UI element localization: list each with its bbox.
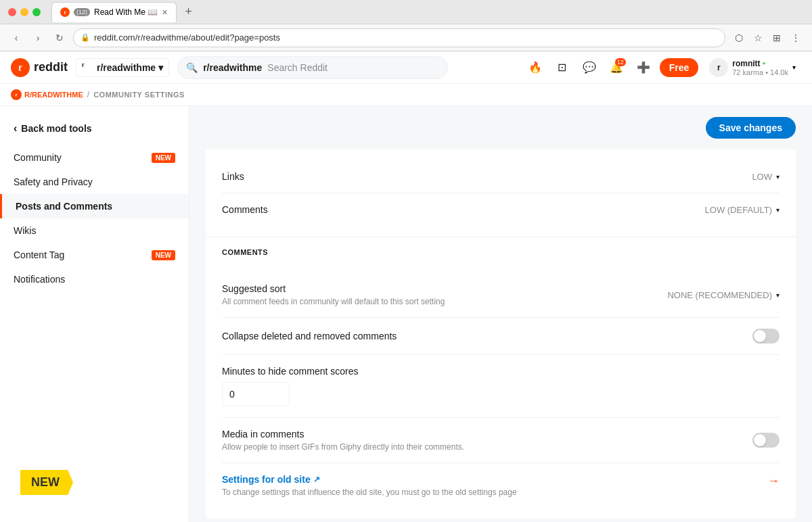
sidebar-item-posts[interactable]: Posts and Comments: [0, 194, 189, 218]
new-banner: NEW: [20, 470, 73, 495]
old-settings-row: Settings for old site ↗ To change settin…: [222, 463, 780, 508]
comments-label: Comments: [222, 204, 268, 215]
plus-icon[interactable]: ➕: [633, 57, 654, 78]
notification-bell[interactable]: 🔔 12: [606, 57, 627, 78]
bookmark-icon[interactable]: ☆: [750, 30, 766, 46]
back-label: Back mod tools: [21, 123, 91, 134]
suggested-sort-value: NONE (RECOMMENDED): [667, 290, 772, 300]
comments-chevron-icon: ▾: [776, 206, 780, 214]
search-bar[interactable]: 🔍 r/readwithme Search Reddit: [177, 56, 448, 79]
search-icon: 🔍: [186, 62, 198, 73]
new-tab-button[interactable]: +: [179, 3, 198, 22]
sidebar-item-safety[interactable]: Safety and Privacy: [0, 170, 189, 194]
address-bar[interactable]: 🔒 reddit.com/r/readwithme/about/edit?pag…: [73, 28, 725, 47]
content-tag-new-badge: NEW: [152, 250, 175, 260]
suggested-sort-row: Suggested sort All comment feeds in comm…: [222, 272, 780, 318]
suggested-sort-title: Suggested sort: [222, 283, 667, 294]
comments-settings-section: Suggested sort All comment feeds in comm…: [206, 262, 796, 519]
subreddit-selector[interactable]: r r/readwithme ▾: [76, 58, 169, 77]
maximize-dot[interactable]: [32, 8, 41, 16]
reddit-wordmark: reddit: [34, 60, 68, 74]
tab-badge: (12): [74, 8, 90, 16]
comments-value: LOW (DEFAULT): [705, 205, 772, 215]
breadcrumb-subreddit[interactable]: r R/READWITHME: [11, 89, 83, 100]
community-new-badge: NEW: [152, 153, 175, 163]
back-button[interactable]: ‹: [8, 30, 24, 46]
extensions-icon[interactable]: ⊞: [769, 30, 785, 46]
window-controls: [8, 8, 41, 16]
reddit-logo[interactable]: r reddit: [11, 58, 68, 77]
sidebar: ‹ Back mod tools Community NEW Safety an…: [0, 106, 189, 522]
back-arrow-icon: ‹: [14, 122, 17, 135]
minimize-dot[interactable]: [20, 8, 28, 16]
tab-close-button[interactable]: ×: [162, 7, 167, 18]
toolbar-icons: ⬡ ☆ ⊞ ⋮: [731, 30, 804, 46]
browser-window: r (12) Read With Me 📖 × + ‹ › ↻ 🔒 reddit…: [0, 0, 812, 522]
collapse-deleted-row: Collapse deleted and removed comments: [222, 318, 780, 355]
links-row: Links LOW ▾: [222, 160, 780, 193]
save-changes-button[interactable]: Save changes: [706, 117, 796, 139]
toggle-thumb: [754, 330, 766, 342]
media-comments-desc: Allow people to insert GIFs from Giphy d…: [222, 442, 752, 452]
old-settings-desc: To change settings that influence the ol…: [222, 488, 517, 497]
subreddit-icon: r: [82, 62, 94, 74]
media-comments-toggle[interactable]: [752, 433, 780, 448]
close-dot[interactable]: [8, 8, 16, 16]
user-chevron: ▾: [792, 64, 796, 71]
chat-icon[interactable]: 💬: [579, 57, 600, 78]
sidebar-item-content-tag[interactable]: Content Tag NEW: [0, 243, 189, 267]
content-header: Save changes: [206, 117, 796, 139]
links-chevron-icon: ▾: [776, 173, 780, 181]
new-banner-area: NEW: [20, 470, 73, 495]
media-comments-row: Media in comments Allow people to insert…: [222, 418, 780, 463]
browser-tabs: r (12) Read With Me 📖 × +: [51, 2, 804, 22]
subreddit-name: r/readwithme: [97, 62, 156, 73]
cast-icon[interactable]: ⬡: [731, 30, 747, 46]
sidebar-item-wikis[interactable]: Wikis: [0, 218, 189, 243]
links-value: LOW: [752, 172, 772, 182]
arrow-right-icon[interactable]: →: [767, 474, 780, 488]
comments-section-header: COMMENTS: [206, 237, 796, 262]
minutes-hide-row: Minutes to hide comment scores: [222, 355, 780, 418]
subreddit-chevron: ▾: [158, 62, 163, 73]
media-comments-info: Media in comments Allow people to insert…: [222, 429, 752, 452]
lock-icon: 🔒: [81, 33, 90, 42]
refresh-button[interactable]: ↻: [51, 30, 68, 46]
media-comments-title: Media in comments: [222, 429, 752, 440]
sidebar-item-notifications[interactable]: Notifications: [0, 267, 189, 291]
minutes-hide-input[interactable]: [222, 382, 290, 406]
menu-icon[interactable]: ⋮: [788, 30, 804, 46]
forward-button[interactable]: ›: [30, 30, 46, 46]
address-text: reddit.com/r/readwithme/about/edit?page=…: [94, 32, 280, 43]
notif-count: 12: [615, 58, 626, 66]
comments-row: Comments LOW (DEFAULT) ▾: [222, 193, 780, 226]
reddit-icon: r: [11, 58, 30, 77]
external-link-icon: ↗: [313, 475, 320, 484]
breadcrumb-icon: r: [11, 89, 22, 100]
breadcrumb-current: COMMUNITY SETTINGS: [93, 91, 185, 99]
old-settings-link[interactable]: Settings for old site ↗: [222, 474, 517, 485]
breadcrumb-separator: /: [87, 90, 89, 99]
username: romnitt ●: [732, 59, 788, 68]
comments-dropdown[interactable]: LOW (DEFAULT) ▾: [705, 205, 780, 215]
popular-icon[interactable]: 🔥: [524, 57, 546, 78]
suggested-sort-dropdown[interactable]: NONE (RECOMMENDED) ▾: [667, 290, 780, 300]
browser-toolbar: ‹ › ↻ 🔒 reddit.com/r/readwithme/about/ed…: [0, 24, 812, 51]
suggested-sort-chevron-icon: ▾: [776, 291, 780, 299]
main-content: ‹ Back mod tools Community NEW Safety an…: [0, 106, 812, 522]
free-button[interactable]: Free: [660, 58, 699, 77]
active-tab[interactable]: r (12) Read With Me 📖 ×: [51, 2, 177, 22]
home-icon[interactable]: ⊡: [551, 57, 573, 78]
links-label: Links: [222, 171, 244, 182]
settings-panel: Links LOW ▾ Comments LOW (DEFAULT) ▾: [206, 149, 796, 519]
sidebar-item-community[interactable]: Community NEW: [0, 145, 189, 170]
tab-title: Read With Me 📖: [94, 7, 158, 17]
user-menu[interactable]: r romnitt ● 72 karma • 14.0k ▾: [704, 55, 801, 80]
back-mod-tools-link[interactable]: ‹ Back mod tools: [0, 117, 189, 140]
minutes-hide-label: Minutes to hide comment scores: [222, 366, 359, 377]
search-subreddit: r/readwithme: [203, 62, 262, 73]
browser-titlebar: r (12) Read With Me 📖 × +: [0, 0, 812, 24]
links-dropdown[interactable]: LOW ▾: [752, 172, 780, 182]
collapse-deleted-toggle[interactable]: [752, 329, 780, 343]
links-section: Links LOW ▾ Comments LOW (DEFAULT) ▾: [206, 149, 796, 237]
